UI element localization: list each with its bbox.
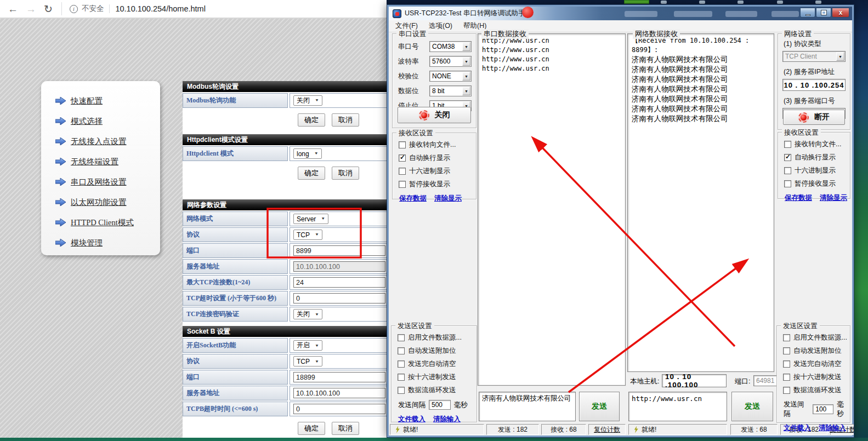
checkbox-row[interactable]: ✓启用文件数据源...: [398, 333, 473, 342]
sidebar-item-wireless-ap[interactable]: 无线接入点设置: [55, 135, 160, 148]
checkbox-row[interactable]: ✓数据流循环发送: [398, 386, 473, 395]
file-load-link[interactable]: 文件载入: [398, 415, 426, 424]
checkbox[interactable]: ✓: [784, 154, 791, 161]
checkbox[interactable]: ✓: [399, 181, 406, 188]
sidebar-item-module-mgmt[interactable]: 模块管理: [55, 236, 160, 249]
chevron-down-icon[interactable]: ▼: [462, 57, 470, 66]
checkbox-row[interactable]: ✓按十六进制发送: [783, 373, 847, 382]
tcp-timeout-input[interactable]: 0: [293, 293, 385, 303]
save-data-link[interactable]: 保存数据: [785, 193, 812, 203]
tcp-password-select[interactable]: 关闭▼: [293, 309, 322, 319]
back-icon[interactable]: ←: [8, 4, 18, 14]
checkbox-row[interactable]: ✓十六进制显示: [784, 166, 847, 175]
clear-input-link[interactable]: 清除输入: [819, 423, 846, 433]
com-port-select[interactable]: COM38▼: [429, 41, 472, 52]
close-button[interactable]: x: [832, 8, 849, 18]
sidebar-item-wireless-terminal[interactable]: 无线终端设置: [55, 155, 160, 168]
checkbox-row[interactable]: ✓发送完自动清空: [398, 359, 473, 369]
socketb-server-input[interactable]: 10.10.100.100: [293, 388, 385, 398]
menu-options[interactable]: 选项(O): [429, 21, 452, 31]
baudrate-select[interactable]: 57600▼: [429, 56, 472, 67]
disconnect-button[interactable]: 断开: [783, 110, 845, 125]
port-input[interactable]: 8899: [293, 245, 385, 256]
reset-count-left[interactable]: 复位计数: [588, 424, 626, 435]
network-receive-textarea[interactable]: 【Receive from 10.10.100.254 : 8899】: 济南有…: [627, 33, 774, 372]
parity-select[interactable]: NONE▼: [429, 71, 472, 82]
serial-send-input[interactable]: 济南有人物联网技术有限公司: [479, 392, 576, 421]
sidebar-item-label[interactable]: 以太网功能设置: [71, 197, 127, 208]
sidebar-item-quick-config[interactable]: 快速配置: [55, 94, 160, 107]
clear-input-link[interactable]: 清除输入: [433, 415, 461, 424]
cancel-button[interactable]: 取消: [332, 167, 359, 180]
interval-input[interactable]: 500: [429, 400, 451, 410]
checkbox[interactable]: ✓: [784, 180, 791, 187]
checkbox[interactable]: ✓: [783, 334, 790, 341]
cancel-button[interactable]: 取消: [332, 422, 359, 435]
info-icon[interactable]: i: [70, 5, 78, 13]
network-send-button[interactable]: 发送: [731, 392, 773, 421]
sidebar-item-label[interactable]: 无线接入点设置: [71, 136, 127, 147]
checkbox[interactable]: ✓: [399, 141, 406, 148]
sidebar-item-label[interactable]: 模块管理: [71, 238, 103, 248]
sidebar-item-label[interactable]: 无线终端设置: [71, 157, 118, 167]
checkbox[interactable]: ✓: [783, 360, 790, 368]
serial-send-button[interactable]: 发送: [579, 392, 620, 421]
checkbox[interactable]: ✓: [399, 168, 406, 175]
checkbox-row[interactable]: ✓自动发送附加位: [783, 346, 847, 356]
save-data-link[interactable]: 保存数据: [399, 194, 427, 203]
serial-receive-textarea[interactable]: http://www.usr.cn http://www.usr.cn http…: [478, 33, 626, 386]
checkbox-row[interactable]: ✓数据流循环发送: [783, 386, 847, 395]
checkbox[interactable]: ✓: [398, 374, 405, 381]
max-tcp-input[interactable]: 24: [293, 277, 385, 288]
sidebar-item-label[interactable]: 串口及网络设置: [71, 177, 127, 187]
checkbox-row[interactable]: ✓自动换行显示: [784, 153, 847, 162]
checkbox-row[interactable]: ✓发送完自动清空: [783, 359, 847, 369]
checkbox-row[interactable]: ✓自动发送附加位: [398, 346, 473, 356]
checkbox-row[interactable]: ✓暂停接收显示: [784, 179, 847, 188]
checkbox[interactable]: ✓: [398, 334, 405, 341]
databits-select[interactable]: 8 bit▼: [429, 85, 472, 96]
checkbox-row[interactable]: ✓自动换行显示: [399, 153, 473, 163]
network-mode-select[interactable]: Server▼: [293, 214, 328, 224]
checkbox[interactable]: ✓: [783, 347, 790, 354]
checkbox[interactable]: ✓: [398, 347, 405, 354]
ok-button[interactable]: 确定: [298, 422, 325, 435]
checkbox-row[interactable]: ✓按十六进制发送: [398, 373, 473, 382]
checkbox[interactable]: ✓: [784, 167, 791, 174]
ok-button[interactable]: 确定: [298, 113, 325, 127]
checkbox[interactable]: ✓: [783, 387, 790, 394]
checkbox-row[interactable]: ✓十六进制显示: [399, 167, 473, 176]
sidebar-item-label[interactable]: HTTPD Client模式: [71, 217, 134, 228]
server-ip-input[interactable]: 10 . 10 .100.254: [782, 79, 846, 91]
httpdclient-mode-select[interactable]: long▼: [293, 148, 322, 159]
file-load-link[interactable]: 文件载入: [784, 423, 811, 433]
checkbox-row[interactable]: ✓暂停接收显示: [399, 180, 473, 189]
checkbox[interactable]: ✓: [398, 387, 405, 394]
maximize-button[interactable]: [816, 8, 831, 18]
clear-display-link[interactable]: 清除显示: [434, 194, 462, 203]
sidebar-item-label[interactable]: 模式选择: [71, 116, 103, 127]
checkbox[interactable]: ✓: [399, 154, 406, 162]
checkbox-row[interactable]: ✓启用文件数据源...: [783, 333, 847, 342]
network-send-input[interactable]: http://www.usr.cn: [628, 392, 727, 421]
chevron-down-icon[interactable]: ▼: [462, 42, 470, 51]
protocol-select[interactable]: TCP▼: [293, 230, 322, 240]
cancel-button[interactable]: 取消: [332, 113, 359, 127]
reload-icon[interactable]: ↻: [44, 4, 53, 14]
socketb-timeout-input[interactable]: 0: [293, 404, 385, 414]
serial-close-button[interactable]: 关闭: [398, 107, 471, 123]
modbus-poll-select[interactable]: 关闭▼: [293, 95, 322, 106]
chevron-down-icon[interactable]: ▼: [462, 87, 470, 95]
sidebar-item-serial-network[interactable]: 串口及网络设置: [55, 175, 160, 188]
clear-display-link[interactable]: 清除显示: [820, 193, 847, 203]
socketb-protocol-select[interactable]: TCP▼: [293, 356, 322, 366]
app-titlebar[interactable]: USR-TCP232-Test 串口转网络调试助手 x: [389, 7, 852, 20]
checkbox-row[interactable]: ✓接收转向文件...: [784, 140, 847, 149]
sidebar-item-label[interactable]: 快速配置: [71, 96, 103, 106]
minimize-button[interactable]: [800, 8, 815, 18]
checkbox[interactable]: ✓: [784, 141, 791, 148]
url-text[interactable]: 10.10.100.254/home.html: [115, 4, 205, 13]
checkbox[interactable]: ✓: [783, 374, 790, 381]
sidebar-item-ethernet[interactable]: 以太网功能设置: [55, 196, 160, 209]
chevron-down-icon[interactable]: ▼: [462, 72, 470, 81]
